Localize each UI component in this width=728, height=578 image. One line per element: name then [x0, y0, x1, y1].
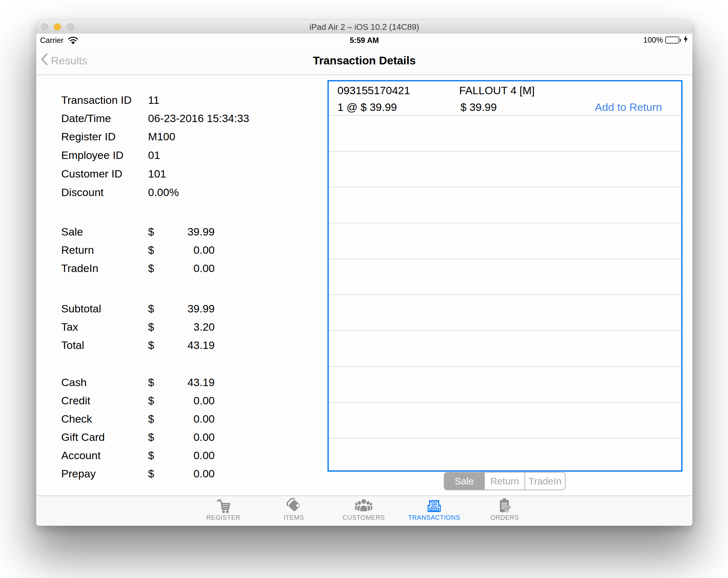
currency-symbol: $ [148, 259, 154, 277]
currency-symbol: $ [148, 446, 154, 464]
currency-symbol: $ [148, 373, 154, 391]
amount-value: 39.99 [164, 223, 215, 241]
info-row: Customer ID 101 [36, 165, 260, 183]
empty-table-row [329, 223, 681, 259]
tab-customers[interactable]: CUSTOMERS [332, 496, 396, 526]
desktop: iPad Air 2 – iOS 10.2 (14C89) Carrier 5:… [0, 0, 728, 578]
info-value: 01 [148, 146, 160, 164]
currency-symbol: $ [148, 392, 154, 410]
tab-label: ITEMS [262, 514, 326, 521]
payment-row: Account $ 0.00 [36, 446, 260, 464]
tab-label: CUSTOMERS [332, 514, 396, 521]
currency-symbol: $ [148, 223, 154, 241]
item-row[interactable]: 093155170421 FALLOUT 4 [M] 1 @ $ 39.99 $… [329, 81, 681, 116]
amount-label: Tax [61, 318, 78, 336]
simulator-window: iPad Air 2 – iOS 10.2 (14C89) Carrier 5:… [36, 20, 693, 526]
currency-symbol: $ [148, 241, 154, 259]
add-to-return-link[interactable]: Add to Return [595, 100, 662, 114]
item-title: FALLOUT 4 [M] [459, 83, 535, 97]
info-value: 0.00% [148, 183, 179, 201]
payment-label: Account [61, 446, 101, 464]
payment-row: Prepay $ 0.00 [36, 465, 260, 482]
amount-label: Total [61, 336, 84, 354]
empty-table-row [329, 439, 681, 474]
currency-symbol: $ [148, 410, 154, 428]
info-value: 06-23-2016 15:34:33 [148, 109, 249, 127]
payment-label: Cash [61, 373, 86, 391]
payment-value: 0.00 [164, 465, 215, 482]
amount-row: Return $ 0.00 [36, 241, 260, 259]
payment-value: 0.00 [164, 392, 215, 410]
page-title: Transaction Details [36, 47, 693, 75]
empty-table-row [329, 116, 681, 152]
item-qty-price: 1 @ $ 39.99 [337, 100, 397, 114]
currency-symbol: $ [148, 428, 154, 446]
payment-row: Check $ 0.00 [36, 410, 260, 428]
segment-tradein[interactable]: TradeIn [524, 473, 565, 490]
empty-table-row [329, 187, 681, 223]
payment-value: 43.19 [164, 373, 215, 391]
status-time: 5:59 AM [36, 34, 693, 47]
currency-symbol: $ [148, 299, 154, 317]
item-upc: 093155170421 [337, 83, 410, 97]
battery-icon [665, 36, 679, 44]
amount-row: Tax $ 3.20 [36, 318, 260, 336]
payment-value: 0.00 [164, 446, 215, 464]
payment-row: Gift Card $ 0.00 [36, 428, 260, 446]
segment-return[interactable]: Return [484, 473, 524, 490]
segment-sale[interactable]: Sale [444, 473, 484, 490]
item-line-total: $ 39.99 [461, 100, 497, 114]
info-label: Register ID [61, 128, 116, 146]
battery-nub [680, 39, 681, 42]
tab-label: REGISTER [191, 514, 255, 521]
info-value: 11 [148, 91, 159, 109]
amount-value: 3.20 [164, 318, 215, 336]
amount-row: Subtotal $ 39.99 [36, 299, 260, 317]
payment-label: Gift Card [61, 428, 105, 446]
charging-bolt-icon [683, 35, 688, 45]
tab-items[interactable]: ITEMS [262, 496, 326, 526]
tab-bar: REGISTER ITEMS [36, 496, 693, 526]
cart-icon [214, 497, 232, 515]
amount-label: Subtotal [61, 299, 101, 317]
tab-orders[interactable]: ORDERS [473, 496, 537, 526]
navigation-bar: Results Transaction Details [36, 47, 693, 75]
amount-row: TradeIn $ 0.00 [36, 259, 260, 277]
transaction-items-table: 093155170421 FALLOUT 4 [M] 1 @ $ 39.99 $… [328, 80, 682, 472]
window-title: iPad Air 2 – iOS 10.2 (14C89) [36, 20, 693, 34]
payment-label: Check [61, 410, 92, 428]
people-icon [355, 497, 373, 515]
payment-label: Prepay [61, 465, 96, 482]
battery-cluster: 100% [643, 34, 688, 47]
amount-label: TradeIn [61, 259, 98, 277]
tab-label: TRANSACTIONS [402, 514, 466, 521]
currency-symbol: $ [148, 336, 154, 354]
empty-table-row [329, 403, 681, 439]
empty-table-row [329, 331, 681, 367]
empty-table-row [329, 152, 681, 187]
amount-value: 43.19 [164, 336, 215, 354]
info-row: Register ID M100 [36, 128, 260, 146]
transaction-type-segmented-control: Sale Return TradeIn [444, 472, 566, 490]
info-row: Date/Time 06-23-2016 15:34:33 [36, 109, 260, 127]
payment-value: 0.00 [164, 410, 215, 428]
amount-row: Sale $ 39.99 [36, 223, 260, 241]
ipad-screen: Carrier 5:59 AM 100% [36, 34, 693, 526]
tab-transactions[interactable]: TRANSACTIONS [402, 496, 466, 526]
info-label: Date/Time [61, 109, 111, 127]
amount-value: 0.00 [164, 241, 215, 259]
info-value: 101 [148, 165, 166, 183]
amount-value: 39.99 [164, 299, 215, 317]
info-label: Employee ID [61, 146, 124, 164]
currency-symbol: $ [148, 318, 154, 336]
tab-register[interactable]: REGISTER [191, 496, 255, 526]
empty-table-row [329, 295, 681, 331]
amount-label: Return [61, 241, 94, 259]
tag-icon [285, 497, 303, 515]
payment-row: Credit $ 0.00 [36, 392, 260, 410]
amount-row: Total $ 43.19 [36, 336, 260, 354]
receipt-printer-icon [425, 497, 443, 515]
info-row: Discount 0.00% [36, 183, 260, 201]
currency-symbol: $ [148, 465, 154, 482]
amount-value: 0.00 [164, 259, 215, 277]
